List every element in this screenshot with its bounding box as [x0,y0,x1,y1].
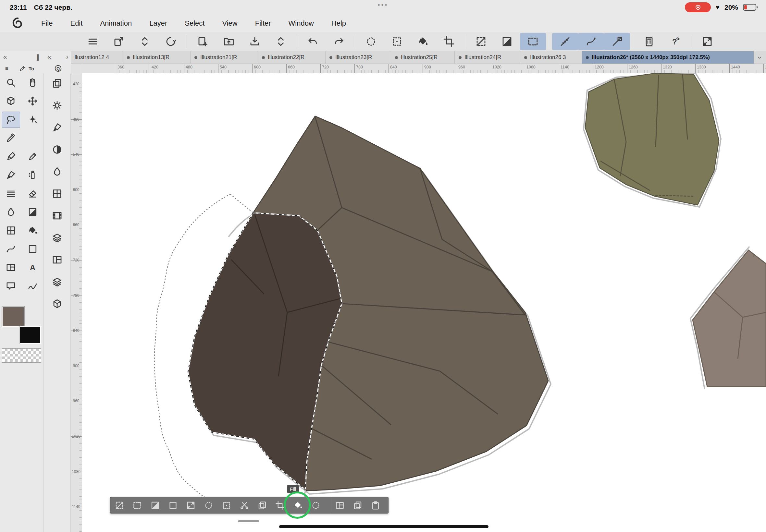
tab-9[interactable]: Illustration26* (2560 x 1440px 350dpi 17… [582,51,754,64]
toolbar-drag-handle[interactable] [238,520,259,522]
tool-decoration[interactable] [2,186,20,202]
redo-button[interactable] [326,33,352,50]
tool-eraser[interactable] [23,186,42,202]
palette-color-set-button[interactable] [52,188,63,200]
tab-6[interactable]: Illustration25[R [391,51,455,64]
palette-layer-property-button[interactable] [52,254,63,266]
tab-5[interactable]: Illustration23[R [325,51,391,64]
tool-menu-icon[interactable]: ≡ [5,66,8,72]
screen-recording-indicator[interactable] [685,2,711,12]
collapse-left2-icon[interactable]: « [47,53,51,61]
spray-circle-button[interactable] [200,497,217,513]
drawing-canvas[interactable] [82,73,766,532]
tool-fill-bucket[interactable] [23,223,42,239]
companion-mode-button[interactable] [636,33,662,50]
menu-view[interactable]: View [213,19,246,28]
palette-color-mixer-button[interactable] [52,166,63,178]
deselect-button[interactable] [110,497,128,513]
snap-ruler-button[interactable] [552,33,578,50]
help-button[interactable] [662,33,688,50]
menu-select[interactable]: Select [176,19,213,28]
snap-special-ruler-button[interactable] [578,33,604,50]
snap-grid-button[interactable] [604,33,630,50]
copy-button[interactable] [348,497,366,513]
palette-layer-button[interactable] [52,276,63,288]
tab-1[interactable]: llustration12 4 [71,51,123,64]
menu-layer[interactable]: Layer [140,19,176,28]
tool-pencil[interactable] [23,149,42,165]
canvas-navigate-button[interactable] [106,33,132,50]
tool-zoom[interactable] [2,75,20,91]
tool-text[interactable] [23,260,42,276]
crop-button[interactable] [271,497,289,513]
palette-sub-tool-button[interactable] [52,78,63,90]
sub-color-swatch[interactable] [19,326,41,344]
tool-airbrush[interactable] [23,167,42,183]
tab-list-button[interactable] [754,51,765,64]
undo-button[interactable] [300,33,326,50]
rectangle-select-button[interactable] [520,33,546,50]
tool-eyedropper[interactable] [2,130,20,146]
palette-material-button[interactable] [52,298,63,310]
tool-table[interactable] [2,223,20,239]
tool-square[interactable] [23,241,42,257]
spray-square-button[interactable] [217,497,235,513]
spray-add-button[interactable] [307,497,324,513]
tool-brush[interactable] [2,167,20,183]
fullscreen-button[interactable] [694,33,720,50]
tool-move[interactable] [23,93,42,109]
save-export-button[interactable] [242,33,268,50]
tool-pen[interactable] [2,149,20,165]
tool-operation[interactable] [2,93,20,109]
fill-button[interactable] [289,497,307,513]
palette-layer-search-button[interactable] [52,232,63,244]
canvas-flip-button[interactable] [132,33,158,50]
tab-8[interactable]: Illustration26 3 [520,51,582,64]
menu-help[interactable]: Help [322,19,355,28]
expand-selection-button[interactable] [164,497,182,513]
palette-color-wheel-button[interactable] [52,144,63,156]
duplicate-button[interactable] [253,497,271,513]
main-color-swatch[interactable] [2,307,24,327]
cut-button[interactable] [235,497,253,513]
select-rectangle-button[interactable] [128,497,146,513]
menu-animation[interactable]: Animation [91,19,140,28]
clip-studio-logo[interactable] [11,17,25,30]
open-file-button[interactable] [216,33,242,50]
tool-frame[interactable] [2,260,20,276]
menu-window[interactable]: Window [280,19,322,28]
invert-selection-button[interactable] [146,497,164,513]
tab-7[interactable]: Illustration24[R [455,51,520,64]
tool-hand[interactable] [23,75,42,91]
panel-next-icon[interactable]: › [66,53,68,61]
fill-tool-button[interactable] [410,33,436,50]
select-spray-circle-button[interactable] [358,33,384,50]
transform-button[interactable] [182,497,200,513]
select-spray-square-button[interactable] [384,33,410,50]
home-indicator[interactable] [279,525,489,528]
menu-filter[interactable]: Filter [246,19,280,28]
collapse-left-icon[interactable]: « [3,53,7,61]
tool-blend[interactable] [2,204,20,220]
tool-line-correction[interactable] [23,278,42,294]
palette-tool-property-button[interactable] [52,100,63,112]
menu-file[interactable]: File [32,19,61,28]
palette-timeline-button[interactable] [52,210,63,222]
menu-edit[interactable]: Edit [61,19,91,28]
scale-button[interactable] [331,497,348,513]
transparent-color-swatch[interactable] [2,348,41,363]
tool-figure[interactable] [2,241,20,257]
save-options-button[interactable] [268,33,294,50]
tool-selection-lasso[interactable] [2,112,20,128]
tab-4[interactable]: Illustration22[R [258,51,325,64]
crop-button[interactable] [436,33,462,50]
palette-brush-size-button[interactable] [52,122,63,134]
deselect-button[interactable] [468,33,494,50]
canvas-rotate-reset-button[interactable] [158,33,184,50]
tool-balloon[interactable] [2,278,20,294]
quick-access-icon[interactable] [54,64,62,73]
tab-2[interactable]: Illustration13[R [123,51,190,64]
main-menu-button[interactable] [80,33,106,50]
paste-button[interactable] [366,497,384,513]
tool-gradient[interactable] [23,204,42,220]
